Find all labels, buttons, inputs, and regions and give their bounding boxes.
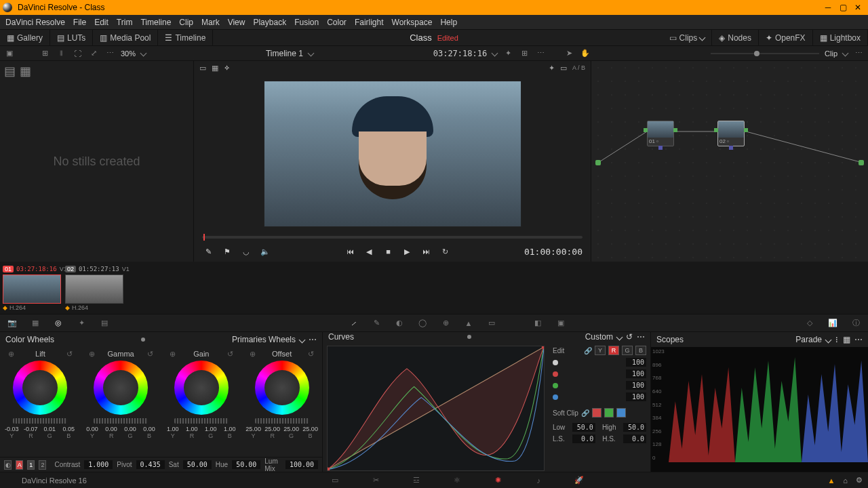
softclip-r[interactable] (592, 408, 601, 418)
wheel-Offset-control[interactable] (255, 361, 309, 415)
zoom-value[interactable]: 30% (121, 49, 136, 58)
hand-icon[interactable]: ✋ (580, 48, 591, 59)
palette-wheels-icon[interactable]: ◎ (52, 317, 65, 330)
luts-toggle[interactable]: ▤ LUTs (50, 30, 93, 46)
grid-icon[interactable]: ⊞ (39, 48, 50, 59)
hue-value[interactable]: 50.00 (232, 460, 260, 469)
menu-fusion[interactable]: Fusion (294, 18, 319, 27)
timeline-toggle[interactable]: ☰ Timeline (158, 30, 213, 46)
wheel-Offset-jog[interactable] (255, 418, 309, 424)
page-media-icon[interactable]: ▭ (328, 474, 342, 487)
sc-low[interactable]: 50.0 (572, 423, 595, 432)
palette-warper-icon[interactable]: ✎ (370, 317, 383, 330)
palette-magic-icon[interactable]: ▲ (462, 317, 475, 330)
fullscreen-icon[interactable]: ⛶ (72, 48, 83, 59)
picker-icon[interactable]: ✎ (202, 245, 214, 258)
curve-editor[interactable] (323, 342, 549, 475)
sc-high[interactable]: 50.0 (623, 423, 646, 432)
stop-icon[interactable]: ■ (382, 245, 394, 258)
loop-icon[interactable]: ↻ (439, 245, 451, 258)
menu-color[interactable]: Color (327, 18, 347, 27)
int-y[interactable]: 100 (626, 358, 646, 367)
int-b[interactable]: 100 (626, 392, 646, 401)
flag-icon[interactable]: ⚑ (221, 245, 233, 258)
node-output[interactable] (859, 160, 864, 165)
minimize-button[interactable]: ─ (821, 1, 835, 14)
palette-tracking-icon[interactable]: ⊕ (439, 317, 452, 330)
wheel-Lift-reset-icon[interactable]: ↺ (66, 350, 73, 359)
clip-mode[interactable]: Clip (825, 49, 837, 58)
wheel-Gamma-picker-icon[interactable]: ⊕ (89, 350, 95, 359)
home-icon[interactable]: ⌂ (843, 476, 848, 485)
wheels-mode[interactable]: Primaries Wheels (232, 335, 296, 344)
wheel-Lift-control[interactable] (13, 361, 67, 415)
view-mode1-icon[interactable]: ▭ (199, 64, 206, 73)
palette-window-icon[interactable]: ◯ (416, 317, 429, 330)
pointer-icon[interactable]: ➤ (564, 48, 574, 59)
int-g[interactable]: 100 (626, 381, 646, 390)
curves-link-icon[interactable]: 🔗 (584, 347, 592, 354)
curves-b-btn[interactable]: B (635, 346, 646, 355)
palette-hdr-icon[interactable]: ✦ (75, 317, 88, 330)
pick-white-icon[interactable]: A (16, 460, 23, 470)
softclip-b[interactable] (616, 408, 626, 418)
wheel-Gain-picker-icon[interactable]: ⊕ (170, 350, 176, 359)
page-2[interactable]: 2 (39, 460, 46, 470)
menu-file[interactable]: File (73, 18, 86, 27)
wheel-Gamma-control[interactable] (94, 361, 148, 415)
scopes-opt2-icon[interactable]: ▦ (843, 335, 850, 344)
page-fusion-icon[interactable]: ⚛ (450, 474, 464, 487)
bypass-icon[interactable]: ▭ (560, 64, 567, 73)
menu-clip[interactable]: Clip (179, 18, 193, 27)
wheel-Gamma-jog[interactable] (94, 418, 148, 424)
page-deliver-icon[interactable]: 🚀 (572, 474, 586, 487)
palette-camera-icon[interactable]: 📷 (5, 317, 19, 330)
clips-toggle[interactable]: ▭ Clips (663, 30, 713, 46)
wheels-more-icon[interactable]: ⋯ (309, 335, 317, 344)
palette-rgb-icon[interactable]: ▤ (98, 317, 111, 330)
scopes-more-icon[interactable]: ⋯ (854, 335, 863, 344)
node-02[interactable]: 02 ▫ (717, 121, 745, 146)
softclip-g[interactable] (604, 408, 614, 418)
more3-icon[interactable]: ⋯ (853, 48, 864, 59)
close-button[interactable]: ✕ (850, 1, 865, 14)
menu-help[interactable]: Help (440, 18, 457, 27)
nodes-toggle[interactable]: ◈ Nodes (712, 30, 759, 46)
split-icon[interactable]: ⫴ (56, 48, 66, 59)
wheel-Offset-reset-icon[interactable]: ↺ (308, 350, 314, 359)
tool-crop-icon[interactable]: ▣ (4, 48, 15, 59)
palette-colormatch-icon[interactable]: ▦ (28, 317, 42, 330)
more2-icon[interactable]: ⋯ (535, 48, 546, 59)
wheel-Lift-picker-icon[interactable]: ⊕ (8, 350, 14, 359)
palette-qualifier-icon[interactable]: ◐ (393, 317, 406, 330)
curves-g-btn[interactable]: G (622, 346, 633, 355)
lightbox-toggle[interactable]: ▦ Lightbox (813, 30, 868, 46)
wheel-Gain-reset-icon[interactable]: ↺ (227, 350, 233, 359)
wheel-Gain-control[interactable] (174, 361, 229, 415)
auto-balance-icon[interactable]: ◐ (4, 460, 12, 470)
wheel-Gain-jog[interactable] (174, 418, 229, 424)
menu-edit[interactable]: Edit (94, 18, 108, 27)
node-input[interactable] (595, 160, 601, 165)
softclip-link-icon[interactable]: 🔗 (581, 409, 589, 417)
scopes-opt1-icon[interactable]: ⫶ (835, 335, 839, 344)
palette-sizing-icon[interactable]: ▣ (554, 317, 568, 330)
menu-timeline[interactable]: Timeline (140, 18, 171, 27)
page-color-icon[interactable]: ✺ (491, 474, 505, 487)
node-graph[interactable]: 01 ▫ 02 ▫ (591, 61, 868, 262)
scrubber[interactable] (194, 233, 591, 241)
settings-icon[interactable]: ⚙ (856, 476, 863, 485)
clip-thumb-01[interactable]: 0103:27:18:16V1 ◆H.264 (3, 264, 61, 311)
page-cut-icon[interactable]: ✂ (369, 474, 382, 487)
wheel-Lift-jog[interactable] (13, 418, 67, 424)
fit-icon[interactable]: ⤢ (88, 48, 99, 59)
menu-playback[interactable]: Playback (253, 18, 286, 27)
menu-fairlight[interactable]: Fairlight (355, 18, 384, 27)
palette-info-icon[interactable]: ⓘ (849, 317, 863, 330)
menu-workspace[interactable]: Workspace (392, 18, 433, 27)
parade-scope[interactable]: 10238967686405123842561280 (651, 347, 868, 472)
curves-r-btn[interactable]: R (608, 346, 619, 355)
grid2-icon[interactable]: ⊞ (519, 48, 530, 59)
next-clip-icon[interactable]: ⏭ (420, 245, 432, 258)
transport-timecode[interactable]: 01:00:00:00 (524, 247, 583, 257)
